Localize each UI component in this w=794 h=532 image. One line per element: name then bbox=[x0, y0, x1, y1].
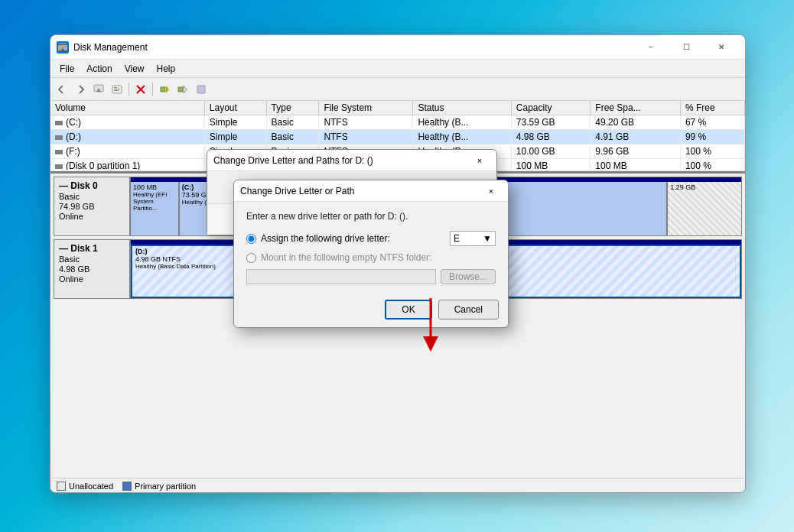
cell-fs: NTFS bbox=[319, 130, 413, 144]
up-button[interactable] bbox=[90, 81, 107, 98]
window-title: Disk Management bbox=[73, 42, 633, 53]
outer-dialog-close-button[interactable]: × bbox=[469, 150, 490, 171]
col-capacity[interactable]: Capacity bbox=[511, 101, 591, 115]
disk-1-name: ― Disk 1 bbox=[59, 243, 125, 254]
menu-help[interactable]: Help bbox=[151, 62, 182, 76]
cell-pct: 99 % bbox=[680, 130, 744, 144]
maximize-button[interactable]: ☐ bbox=[669, 35, 704, 60]
mount-radio[interactable] bbox=[246, 253, 256, 263]
disk-0-name: ― Disk 0 bbox=[59, 180, 125, 191]
inner-dialog-title-text: Change Drive Letter or Path bbox=[240, 186, 480, 196]
legend-primary-box bbox=[122, 482, 132, 491]
svg-marker-10 bbox=[166, 86, 169, 93]
disk-0-part-3[interactable]: 1.29 GB bbox=[668, 182, 741, 235]
cell-pct: 67 % bbox=[680, 115, 744, 130]
cell-free: 9.96 GB bbox=[591, 144, 681, 159]
assign-label: Assign the following drive letter: bbox=[261, 233, 445, 244]
disk-0-info: ― Disk 0 Basic 74.98 GB Online bbox=[54, 177, 131, 235]
disk-0-status: Online bbox=[59, 212, 125, 221]
cell-volume: (Disk 0 partition 1) bbox=[50, 159, 204, 170]
svg-rect-3 bbox=[59, 43, 67, 44]
svg-rect-6 bbox=[114, 87, 117, 88]
cell-volume: (F:) bbox=[50, 144, 204, 159]
legend-unallocated-label: Unallocated bbox=[69, 482, 113, 491]
table-row[interactable]: (D:) Simple Basic NTFS Healthy (B... 4.9… bbox=[50, 130, 745, 144]
legend-primary-label: Primary partition bbox=[135, 482, 196, 491]
disk-0-type: Basic bbox=[59, 192, 125, 201]
svg-point-2 bbox=[62, 48, 64, 50]
drive-letter-value: E bbox=[454, 233, 460, 244]
disk-0-part-3-size: 1.29 GB bbox=[670, 183, 739, 191]
properties-button[interactable] bbox=[109, 81, 125, 98]
svg-rect-13 bbox=[197, 86, 205, 93]
cell-volume: (C:) bbox=[50, 115, 204, 130]
mount-label: Mount in the following empty NTFS folder… bbox=[261, 252, 496, 263]
svg-rect-7 bbox=[114, 89, 120, 89]
drive-letter-select[interactable]: E ▼ bbox=[450, 231, 496, 246]
legend-primary: Primary partition bbox=[122, 482, 196, 491]
svg-rect-9 bbox=[161, 87, 165, 92]
disk-0-size: 74.98 GB bbox=[59, 202, 125, 211]
disk-1-info: ― Disk 1 Basic 4.98 GB Online bbox=[54, 240, 131, 298]
cell-pct: 100 % bbox=[680, 159, 744, 170]
mount-folder-row: Mount in the following empty NTFS folder… bbox=[246, 252, 496, 263]
col-volume[interactable]: Volume bbox=[50, 101, 204, 115]
disk-0-part-1[interactable]: 100 MB Healthy (EFI System Partitio... bbox=[131, 182, 180, 235]
col-layout[interactable]: Layout bbox=[204, 101, 266, 115]
inner-dialog: Change Drive Letter or Path × Enter a ne… bbox=[233, 180, 509, 328]
disk-1-type: Basic bbox=[59, 255, 125, 264]
inner-dialog-buttons: OK Cancel bbox=[234, 294, 508, 327]
ntfs-folder-input[interactable] bbox=[246, 269, 436, 284]
assign-radio[interactable] bbox=[246, 234, 256, 244]
disk-0-part-1-label: Healthy (EFI System Partitio... bbox=[133, 191, 176, 212]
delete-button[interactable] bbox=[132, 81, 149, 98]
menu-action[interactable]: Action bbox=[80, 62, 118, 76]
refresh-button[interactable] bbox=[193, 81, 210, 98]
cell-type: Basic bbox=[266, 130, 319, 144]
close-button[interactable]: ✕ bbox=[704, 35, 739, 60]
browse-button: Browse... bbox=[441, 269, 496, 284]
menu-view[interactable]: View bbox=[119, 62, 151, 76]
disk-0-part-1-size: 100 MB bbox=[133, 183, 176, 191]
cell-free: 49.20 GB bbox=[591, 115, 681, 130]
drive-select-chevron: ▼ bbox=[483, 233, 492, 244]
menu-file[interactable]: File bbox=[54, 62, 80, 76]
col-status[interactable]: Status bbox=[413, 101, 511, 115]
inner-dialog-description: Enter a new drive letter or path for D: … bbox=[246, 211, 496, 222]
table-row[interactable]: (C:) Simple Basic NTFS Healthy (B... 73.… bbox=[50, 115, 745, 130]
col-free[interactable]: Free Spa... bbox=[591, 101, 681, 115]
expand-button[interactable] bbox=[156, 81, 173, 98]
cell-pct: 100 % bbox=[680, 144, 744, 159]
cell-status: Healthy (B... bbox=[413, 130, 511, 144]
cell-layout: Simple bbox=[204, 130, 266, 144]
title-bar: Disk Management − ☐ ✕ bbox=[50, 35, 745, 60]
inner-dialog-title-bar: Change Drive Letter or Path × bbox=[234, 180, 508, 202]
cell-free: 100 MB bbox=[591, 159, 681, 170]
disk-1-status: Online bbox=[59, 274, 125, 284]
disk-1-size: 4.98 GB bbox=[59, 264, 125, 274]
inner-cancel-button[interactable]: Cancel bbox=[438, 300, 499, 320]
legend-unallocated: Unallocated bbox=[57, 482, 113, 491]
cell-type: Basic bbox=[266, 115, 319, 130]
cell-status: Healthy (B... bbox=[413, 115, 511, 130]
forward-button[interactable] bbox=[72, 81, 89, 98]
col-type[interactable]: Type bbox=[266, 101, 319, 115]
cell-capacity: 100 MB bbox=[511, 159, 591, 170]
outer-dialog-title-bar: Change Drive Letter and Paths for D: () … bbox=[207, 150, 496, 171]
minimize-button[interactable]: − bbox=[633, 35, 669, 60]
legend-unallocated-box bbox=[57, 482, 66, 491]
svg-rect-11 bbox=[178, 87, 183, 92]
col-fs[interactable]: File System bbox=[319, 101, 413, 115]
col-pct[interactable]: % Free bbox=[680, 101, 744, 115]
app-icon bbox=[57, 41, 69, 54]
cell-layout: Simple bbox=[204, 115, 266, 130]
cell-free: 4.91 GB bbox=[591, 130, 681, 144]
inner-ok-button[interactable]: OK bbox=[385, 300, 431, 320]
inner-dialog-close-button[interactable]: × bbox=[480, 180, 502, 202]
back-button[interactable] bbox=[54, 81, 70, 98]
inner-dialog-body: Enter a new drive letter or path for D: … bbox=[234, 202, 508, 294]
window-controls: − ☐ ✕ bbox=[633, 35, 739, 60]
browse-row: Browse... bbox=[246, 269, 496, 284]
cell-volume: (D:) bbox=[50, 130, 204, 144]
collapse-button[interactable] bbox=[174, 81, 191, 98]
